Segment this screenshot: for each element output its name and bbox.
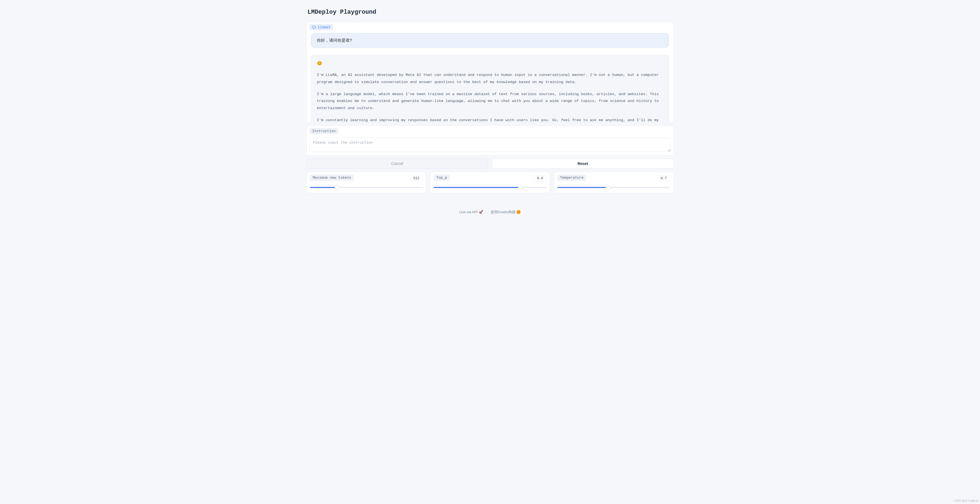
instruction-panel: Instruction [306,126,674,156]
footer-gradio-link[interactable]: 使用Gradio构建 🟠 [490,210,521,214]
instruction-label-chip: Instruction [309,128,339,134]
footer: Use via API 🚀 · 使用Gradio构建 🟠 [306,210,674,217]
chat-scroll[interactable]: 你好，请问你是谁? 😊 I'm LLaMA, an AI assistant d… [309,32,671,122]
page-title: LMDeploy Playground [307,9,674,16]
slider-label-chip: Temperature [557,175,587,181]
slider-value[interactable]: 512 [410,175,423,182]
chat-bot-paragraph: I'm a large language model, which means … [317,91,663,112]
slider-label: Temperature [560,176,584,180]
cancel-button[interactable]: Cancel [306,158,488,169]
button-row: Cancel Reset [306,158,674,169]
footer-separator: · [486,210,487,214]
model-label: llama3 [318,25,331,29]
slider-fill [310,187,337,188]
slider-fill [557,187,608,188]
slider-value[interactable]: 0.8 [534,175,546,182]
footer-gradio-text: 使用Gradio构建 [490,210,515,214]
slider-knob[interactable] [335,185,340,190]
app-root: LMDeploy Playground llama3 你好，请问你是谁? 😊 I… [306,0,674,219]
slider-knob[interactable] [518,185,523,190]
slider-label-chip: Maximum new tokens [310,175,354,181]
instruction-input[interactable] [309,138,671,152]
chat-user-text: 你好，请问你是谁? [317,38,352,43]
slider-knob[interactable] [606,185,611,190]
svg-rect-0 [312,26,316,28]
reset-button[interactable]: Reset [492,158,674,169]
instruction-label: Instruction [312,129,336,133]
slider-temperature: Temperature 0.7 [554,172,674,193]
slider-track[interactable] [557,187,670,188]
gradio-icon: 🟠 [516,210,521,214]
slider-fill [434,187,520,188]
slider-label-chip: Top_p [434,175,450,181]
chat-bot-bubble: 😊 I'm LLaMA, an AI assistant developed b… [311,55,669,122]
slider-top-p: Top_p 0.8 [430,172,550,193]
model-chip: llama3 [309,24,333,30]
chat-icon [312,26,316,29]
chat-bot-emoji: 😊 [317,59,663,68]
footer-api-link[interactable]: Use via API 🚀 [459,210,484,214]
slider-value[interactable]: 0.7 [657,175,670,182]
chat-bot-paragraph: I'm LLaMA, an AI assistant developed by … [317,72,663,86]
chat-panel: llama3 你好，请问你是谁? 😊 I'm LLaMA, an AI assi… [306,22,674,123]
footer-api-text: Use via API [459,210,478,214]
chat-user-bubble: 你好，请问你是谁? [311,33,669,48]
slider-label: Maximum new tokens [313,176,351,180]
sliders-row: Maximum new tokens 512 Top_p 0.8 [306,172,674,193]
slider-track[interactable] [310,187,423,188]
slider-label: Top_p [436,176,447,180]
slider-max-new-tokens: Maximum new tokens 512 [306,172,426,193]
chat-bot-paragraph: I'm constantly learning and improving my… [317,117,663,122]
rocket-icon: 🚀 [479,210,483,214]
slider-track[interactable] [434,187,546,188]
